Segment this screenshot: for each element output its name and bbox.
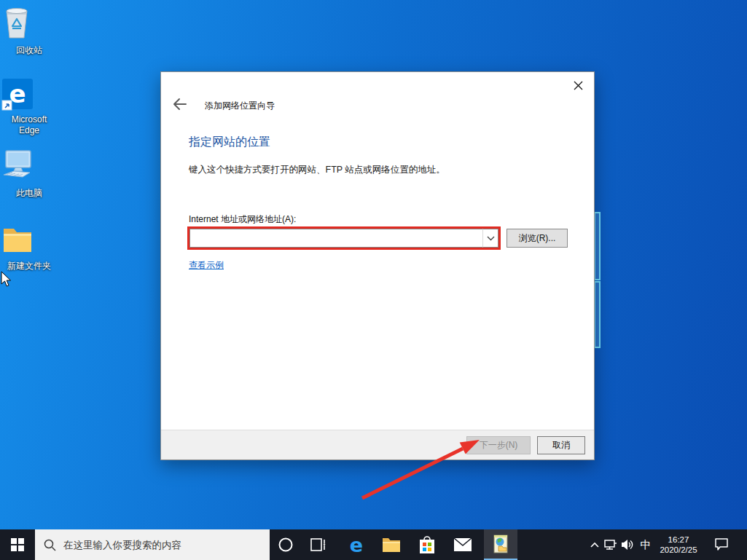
action-center-icon	[714, 538, 729, 551]
action-center-button[interactable]	[707, 529, 736, 560]
desktop-icon-new-folder[interactable]: 新建文件夹	[1, 223, 58, 272]
desktop-icon-label: 回收站	[16, 45, 42, 55]
desktop-icon-recycle-bin[interactable]: 回收站	[1, 4, 58, 56]
task-view-button[interactable]	[302, 529, 335, 560]
address-combobox-highlight	[187, 226, 501, 250]
windows-logo-icon	[11, 538, 24, 551]
back-arrow-icon[interactable]	[171, 97, 187, 111]
add-network-location-wizard-dialog: 添加网络位置向导 指定网站的位置 键入这个快捷方式要打开的网站、FTP 站点或网…	[160, 71, 595, 460]
edge-icon: e	[1, 77, 58, 112]
view-examples-link[interactable]: 查看示例	[189, 259, 224, 272]
tray-clock[interactable]: 16:27 2020/2/25	[656, 529, 701, 560]
dialog-title: 添加网络位置向导	[205, 100, 275, 112]
network-icon	[604, 539, 617, 551]
chevron-down-icon	[487, 236, 495, 241]
wallpaper-light-beam	[594, 281, 601, 348]
task-view-icon	[310, 538, 326, 551]
desktop-icon-label: 此电脑	[16, 188, 42, 198]
desktop-icon-microsoft-edge[interactable]: e Microsoft Edge	[1, 77, 58, 136]
store-icon	[418, 535, 436, 554]
clock-time: 16:27	[660, 535, 697, 545]
tray-show-hidden-icons-button[interactable]	[586, 529, 603, 560]
taskbar-search-box[interactable]	[35, 529, 270, 560]
cortana-icon	[278, 537, 294, 553]
wallpaper-light-beam	[594, 212, 601, 280]
tray-network-button[interactable]	[603, 529, 619, 560]
mouse-cursor	[1, 271, 12, 288]
close-icon[interactable]	[569, 77, 587, 93]
desktop-icon-label: Microsoft Edge	[3, 114, 55, 136]
address-field-label: Internet 地址或网络地址(A):	[189, 213, 296, 226]
taskbar-file-explorer-button[interactable]	[375, 529, 408, 560]
mail-icon	[453, 537, 472, 552]
tray-ime-indicator[interactable]: 中	[637, 529, 654, 560]
dialog-footer: 下一步(N) 取消	[161, 430, 594, 460]
search-input[interactable]	[63, 540, 261, 551]
combobox-dropdown-button[interactable]	[482, 229, 498, 248]
dialog-description: 键入这个快捷方式要打开的网站、FTP 站点或网络位置的地址。	[189, 164, 445, 176]
speaker-icon	[621, 539, 634, 551]
network-wizard-icon	[493, 535, 509, 553]
next-button[interactable]: 下一步(N)	[466, 436, 531, 454]
recycle-bin-icon	[1, 4, 58, 41]
file-explorer-icon	[382, 537, 401, 553]
dialog-heading: 指定网站的位置	[189, 135, 270, 150]
cancel-button[interactable]: 取消	[537, 436, 585, 454]
edge-icon: e	[350, 535, 363, 555]
folder-icon	[1, 223, 58, 256]
tray-volume-button[interactable]	[619, 529, 636, 560]
desktop-wallpaper: 回收站 e Microsoft Edge	[0, 0, 747, 529]
start-button[interactable]	[0, 529, 35, 560]
address-combobox-input[interactable]	[189, 229, 482, 248]
browse-button[interactable]: 浏览(R)...	[507, 229, 568, 248]
clock-date: 2020/2/25	[660, 545, 697, 555]
screen: 回收站 e Microsoft Edge	[0, 0, 747, 560]
desktop-icon-this-pc[interactable]: 此电脑	[1, 149, 58, 199]
ime-label: 中	[641, 538, 652, 552]
taskbar: e	[0, 529, 747, 560]
this-pc-icon	[1, 149, 58, 184]
cortana-button[interactable]	[269, 529, 302, 560]
taskbar-network-wizard-button[interactable]	[484, 529, 517, 560]
desktop-icon-label: 新建文件夹	[7, 261, 51, 271]
taskbar-mail-button[interactable]	[446, 529, 480, 560]
search-icon	[44, 539, 56, 551]
chevron-up-icon	[590, 542, 599, 548]
taskbar-store-button[interactable]	[410, 529, 444, 560]
taskbar-edge-button[interactable]: e	[340, 529, 373, 560]
